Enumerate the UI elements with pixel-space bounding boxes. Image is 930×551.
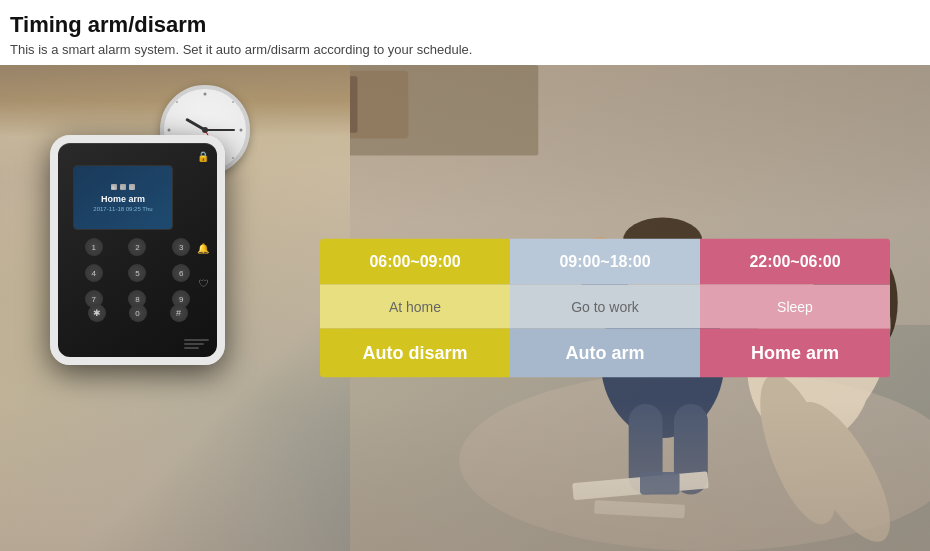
header-section: Timing arm/disarm This is a smart alarm …	[0, 0, 930, 65]
speaker-line-3	[184, 347, 199, 349]
svg-rect-22	[350, 76, 357, 133]
schedule-cell-label-1: At home	[320, 285, 510, 329]
keypad-bottom: ✱ 0 #	[68, 304, 207, 322]
shield-icon: 🛡	[199, 278, 209, 289]
key-0[interactable]: 0	[129, 304, 147, 322]
bg-floor	[0, 401, 930, 551]
lock-icon: 🔒	[197, 151, 209, 162]
svg-point-28	[232, 101, 234, 103]
schedule-action-row: Auto disarm Auto arm Home arm	[320, 329, 890, 378]
svg-point-26	[240, 129, 243, 132]
device-screen: ▣ ≋ ▤ Home arm 2017-11-18 09:25 Thu	[73, 165, 173, 230]
key-3[interactable]: 3	[172, 238, 190, 256]
svg-point-27	[176, 101, 178, 103]
schedule-cell-action-3: Home arm	[700, 329, 890, 378]
svg-point-30	[232, 157, 234, 159]
screen-icons: ▣ ≋ ▤	[111, 184, 135, 190]
keypad: 1 2 3 4 5 6 7 8 9	[68, 238, 207, 308]
screen-icon-signal: ▣	[111, 184, 117, 190]
clock-center	[202, 127, 208, 133]
key-asterisk[interactable]: ✱	[88, 304, 106, 322]
schedule-cell-time-3: 22:00~06:00	[700, 239, 890, 285]
schedule-cell-action-2: Auto arm	[510, 329, 700, 378]
schedule-table: 06:00~09:00 09:00~18:00 22:00~06:00 At h…	[320, 239, 890, 378]
schedule-label-row: At home Go to work Sleep	[320, 285, 890, 329]
svg-point-25	[168, 129, 171, 132]
schedule-cell-time-2: 09:00~18:00	[510, 239, 700, 285]
speaker-line-1	[184, 339, 209, 341]
page-subtitle: This is a smart alarm system. Set it aut…	[10, 42, 920, 57]
svg-point-23	[204, 93, 207, 96]
schedule-cell-action-1: Auto disarm	[320, 329, 510, 378]
screen-date: 2017-11-18 09:25 Thu	[93, 206, 152, 212]
schedule-cell-label-3: Sleep	[700, 285, 890, 329]
alarm-icon: 🔔	[197, 243, 209, 254]
page-wrapper: Timing arm/disarm This is a smart alarm …	[0, 0, 930, 551]
image-section: ▣ ≋ ▤ Home arm 2017-11-18 09:25 Thu 1 2 …	[0, 65, 930, 551]
key-2[interactable]: 2	[128, 238, 146, 256]
screen-icon-battery: ▤	[129, 184, 135, 190]
alarm-device: ▣ ≋ ▤ Home arm 2017-11-18 09:25 Thu 1 2 …	[30, 85, 250, 365]
key-hash[interactable]: #	[170, 304, 188, 322]
key-5[interactable]: 5	[128, 264, 146, 282]
key-6[interactable]: 6	[172, 264, 190, 282]
key-1[interactable]: 1	[85, 238, 103, 256]
schedule-cell-time-1: 06:00~09:00	[320, 239, 510, 285]
svg-rect-21	[350, 71, 408, 139]
key-4[interactable]: 4	[85, 264, 103, 282]
schedule-cell-label-2: Go to work	[510, 285, 700, 329]
schedule-time-row: 06:00~09:00 09:00~18:00 22:00~06:00	[320, 239, 890, 285]
screen-icon-wifi: ≋	[120, 184, 126, 190]
device-speaker	[184, 339, 209, 349]
screen-text: Home arm	[101, 194, 145, 204]
page-title: Timing arm/disarm	[10, 12, 920, 38]
speaker-line-2	[184, 343, 204, 345]
device-body: ▣ ≋ ▤ Home arm 2017-11-18 09:25 Thu 1 2 …	[50, 135, 225, 365]
